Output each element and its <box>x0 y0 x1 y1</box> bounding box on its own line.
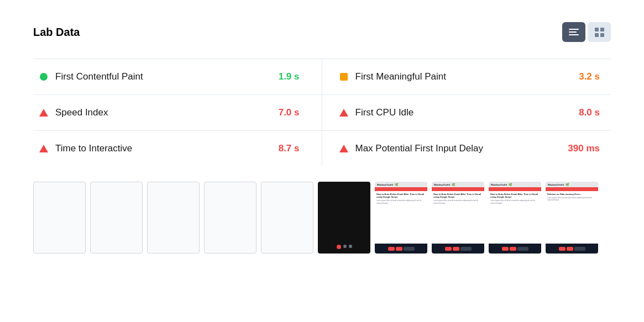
metric-label-fmp: First Meaningful Paint <box>355 71 573 82</box>
logo-leaf-3: 🌿 <box>452 183 455 186</box>
footer-buttons-3 <box>445 247 472 251</box>
screenshot-4: WindowsTechIt 🌿 How to Auto-Delete Email… <box>489 182 541 254</box>
red-nav-bar <box>375 187 427 191</box>
metric-label-fid: Max Potential First Input Delay <box>355 143 562 154</box>
footer-btn-4a <box>502 247 509 251</box>
metric-value-fcp: 1.9 s <box>279 71 300 82</box>
metric-max-potential-fid: Max Potential First Input Delay 390 ms <box>322 131 611 166</box>
list-view-button[interactable] <box>562 22 585 42</box>
logo-leaf-5: 🌿 <box>566 183 569 186</box>
triangle-icon <box>339 109 348 117</box>
red-nav-3 <box>432 187 484 191</box>
site-logo-text: WindowsTechIt <box>377 183 393 186</box>
metric-label-tti: Time to Interactive <box>55 143 272 154</box>
screenshot-1-content <box>318 182 370 254</box>
status-icon-red-triangle-fci <box>339 108 349 118</box>
metric-first-contentful-paint: First Contentful Paint 1.9 s <box>33 59 322 95</box>
footer-buttons <box>388 247 415 251</box>
thumbnail-placeholder-1 <box>33 182 86 254</box>
status-icon-orange-square <box>339 72 349 82</box>
square-icon <box>340 73 348 81</box>
metrics-grid: First Contentful Paint 1.9 s First Meani… <box>33 59 611 166</box>
footer-btn-4b <box>510 247 516 251</box>
footer-btn-2 <box>396 247 402 251</box>
footer-btn-3a <box>445 247 452 251</box>
status-icon-green-circle <box>39 72 49 82</box>
footer-btn-1 <box>388 247 395 251</box>
metric-value-fmp: 3.2 s <box>579 71 600 82</box>
metric-label-fcp: First Contentful Paint <box>55 71 272 82</box>
screenshot-3-inner: WindowsTechIt 🌿 How to Auto-Delete Email… <box>432 182 484 254</box>
screenshot-4-inner: WindowsTechIt 🌿 How to Auto-Delete Email… <box>489 182 541 254</box>
page-title: Lab Data <box>33 26 80 39</box>
metric-value-fid: 390 ms <box>568 143 600 154</box>
article-title-3: How to Auto-Delete Email After Time in G… <box>433 193 483 198</box>
metric-speed-index: Speed Index 7.0 s <box>33 95 322 131</box>
article-title-4: How to Auto-Delete Email After Time in G… <box>490 193 540 198</box>
grid-icon <box>595 28 604 37</box>
footer-buttons-4 <box>502 247 528 251</box>
footer-buttons-5 <box>559 247 585 251</box>
status-icon-red-triangle-fid <box>339 144 349 154</box>
article-content-3: How to Auto-Delete Email After Time in G… <box>432 191 484 244</box>
footer-btn-5c <box>574 247 585 251</box>
screenshot-5-inner: WindowsTechIt 🌿 Deletion on Data memory … <box>546 182 598 254</box>
metric-first-cpu-idle: First CPU Idle 8.0 s <box>322 95 611 131</box>
dot-inactive-2 <box>349 245 352 248</box>
status-icon-red-triangle-tti <box>39 144 49 154</box>
red-nav-4 <box>489 187 541 191</box>
footer-btn-4c <box>517 247 528 251</box>
site-logo-text-4: WindowsTechIt <box>491 183 507 186</box>
triangle-icon <box>339 145 348 152</box>
metric-value-si: 7.0 s <box>279 107 300 118</box>
screenshot-3-nav: WindowsTechIt 🌿 <box>432 182 484 187</box>
screenshot-2-inner: WindowsTechIt 🌿 How to Auto-Delete Email… <box>375 182 427 254</box>
footer-btn-3b <box>453 247 459 251</box>
article-content: How to Auto-Delete Email After Time in G… <box>375 191 427 244</box>
site-logo-text-3: WindowsTechIt <box>434 183 450 186</box>
screenshot-footer-bar <box>375 244 427 254</box>
article-body-4: Lorem ipsum dolor sit amet consectetur a… <box>490 199 540 204</box>
metric-label-fci: First CPU Idle <box>355 107 573 118</box>
logo-leaf-4: 🌿 <box>509 183 512 186</box>
thumbnail-placeholder-4 <box>204 182 256 254</box>
screenshot-1-dots <box>337 245 352 249</box>
thumbnail-placeholder-5 <box>261 182 313 254</box>
screenshot-1 <box>318 182 370 254</box>
triangle-icon <box>39 109 48 117</box>
circle-icon <box>40 73 48 81</box>
thumbnail-placeholder-3 <box>147 182 200 254</box>
lab-data-header: Lab Data <box>33 22 611 42</box>
screenshot-5-nav: WindowsTechIt 🌿 <box>546 182 598 187</box>
screenshot-footer-5 <box>546 244 598 254</box>
view-toggle-group <box>562 22 611 42</box>
footer-btn-5b <box>567 247 573 251</box>
article-title: How to Auto-Delete Email After Time in G… <box>376 193 426 198</box>
screenshot-nav-bar: WindowsTechIt 🌿 <box>375 182 427 187</box>
list-icon <box>569 29 579 35</box>
dot-inactive-1 <box>343 245 347 248</box>
footer-btn-3c <box>460 247 472 251</box>
metric-label-si: Speed Index <box>55 107 272 118</box>
metric-time-to-interactive: Time to Interactive 8.7 s <box>33 131 322 166</box>
metric-value-fci: 8.0 s <box>579 107 600 118</box>
article-body: Lorem ipsum dolor sit amet consectetur a… <box>376 199 426 204</box>
thumbnails-section: WindowsTechIt 🌿 How to Auto-Delete Email… <box>33 182 611 254</box>
article-body-5: Lorem ipsum dolor sit amet consectetur a… <box>547 197 596 201</box>
metric-first-meaningful-paint: First Meaningful Paint 3.2 s <box>322 59 611 95</box>
article-content-5: Deletion on Data memory Error... Lorem i… <box>546 191 598 244</box>
thumbnail-placeholder-2 <box>90 182 143 254</box>
red-nav-5 <box>546 187 598 191</box>
article-title-5: Deletion on Data memory Error... <box>547 193 596 196</box>
screenshot-footer-4 <box>489 244 541 254</box>
footer-btn-3 <box>404 247 415 251</box>
screenshot-5: WindowsTechIt 🌿 Deletion on Data memory … <box>546 182 598 254</box>
logo-leaf-icon: 🌿 <box>395 183 398 186</box>
screenshot-2: WindowsTechIt 🌿 How to Auto-Delete Email… <box>375 182 427 254</box>
site-logo-text-5: WindowsTechIt <box>548 183 564 186</box>
grid-view-button[interactable] <box>588 22 611 42</box>
screenshot-footer-3 <box>432 244 484 254</box>
screenshot-4-nav: WindowsTechIt 🌿 <box>489 182 541 187</box>
footer-btn-5a <box>559 247 566 251</box>
dot-active <box>337 245 341 249</box>
